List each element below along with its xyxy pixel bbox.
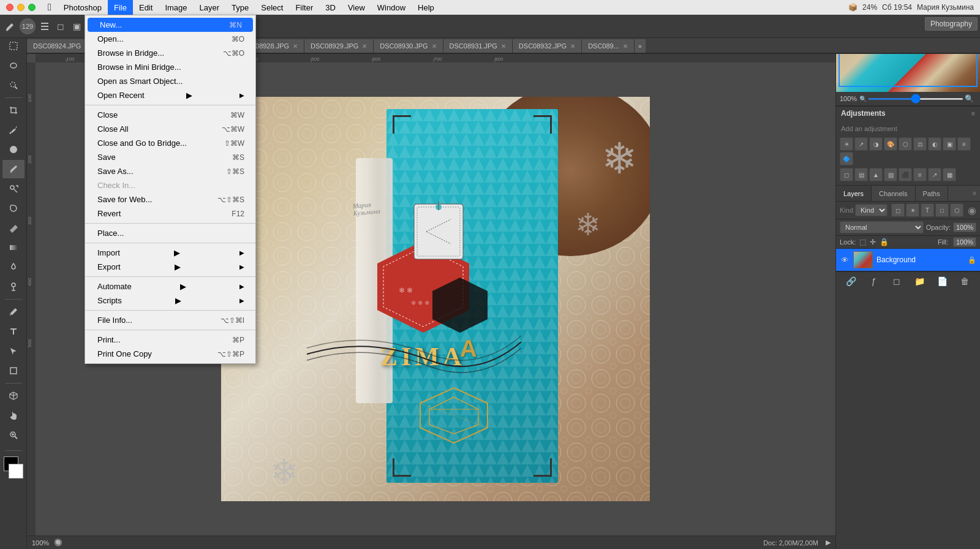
doc-tab-close-7[interactable]: ✕	[570, 43, 575, 50]
zoom-slider[interactable]	[868, 98, 963, 100]
opacity-input[interactable]	[953, 222, 976, 232]
menu-browse-bridge[interactable]: Browse in Bridge... ⌥⌘O	[85, 46, 255, 60]
menu-type[interactable]: Type	[225, 0, 255, 15]
menu-save[interactable]: Save ⌘S	[85, 150, 255, 164]
menu-automate[interactable]: Automate ▶	[85, 279, 255, 293]
lock-pixels-icon[interactable]: ⬚	[859, 238, 866, 246]
menu-edit[interactable]: Edit	[133, 0, 159, 15]
menu-3d[interactable]: 3D	[319, 0, 342, 15]
menu-browse-mini[interactable]: Browse in Mini Bridge...	[85, 60, 255, 74]
menu-save-web[interactable]: Save for Web... ⌥⇧⌘S	[85, 192, 255, 206]
menu-close[interactable]: Close ⌘W	[85, 108, 255, 122]
zoom-out-icon[interactable]: 🔍	[859, 96, 867, 102]
layer-kind-select[interactable]: Kind	[855, 204, 888, 216]
menu-print-one[interactable]: Print One Copy ⌥⇧⌘P	[85, 347, 255, 361]
tab-channels[interactable]: Channels	[872, 186, 915, 201]
adj-bw-icon[interactable]: ◐	[928, 137, 941, 151]
doc-tab-4[interactable]: DSC08929.JPG ✕	[304, 39, 374, 53]
adj-levels2-icon[interactable]: ≡	[913, 168, 927, 181]
adj-photo-filter-icon[interactable]: ▣	[943, 137, 956, 151]
tool-hand[interactable]	[2, 406, 24, 425]
tool-clone[interactable]	[2, 180, 24, 198]
filter-pixel-icon[interactable]: ◻	[891, 203, 905, 217]
lock-position-icon[interactable]: ✛	[870, 238, 876, 246]
layers-panel-options[interactable]: ≡	[969, 186, 980, 201]
adj-gradient-map-icon[interactable]: ▨	[884, 168, 897, 181]
tool-spot-heal[interactable]	[2, 140, 24, 159]
zoom-in-icon[interactable]: 🔍	[965, 94, 974, 103]
lock-all-icon[interactable]: 🔒	[880, 238, 889, 246]
menu-filter[interactable]: Filter	[289, 0, 319, 15]
adj-threshold-icon[interactable]: ▲	[869, 168, 883, 181]
menu-close-bridge[interactable]: Close and Go to Bridge... ⇧⌘W	[85, 136, 255, 150]
tool-dodge[interactable]	[2, 278, 24, 296]
status-arrow[interactable]: ▶	[826, 539, 831, 547]
adj-color-lookup-icon[interactable]: 🔷	[840, 152, 853, 165]
tool-marquee[interactable]	[2, 37, 24, 55]
opacity-icon[interactable]: ▣	[70, 20, 83, 33]
doc-tab-5[interactable]: DSC08930.JPG ✕	[374, 39, 443, 53]
adj-curves-icon[interactable]: ↗	[854, 137, 868, 151]
layer-visibility-icon[interactable]: 👁	[840, 256, 850, 265]
menu-open[interactable]: Open... ⌘O	[85, 32, 255, 46]
menu-scripts[interactable]: Scripts ▶	[85, 293, 255, 308]
close-button[interactable]	[6, 4, 13, 11]
menu-revert[interactable]: Revert F12	[85, 206, 255, 221]
tool-lasso[interactable]	[2, 56, 24, 75]
add-style-icon[interactable]: ƒ	[867, 274, 881, 288]
menu-image[interactable]: Image	[159, 0, 193, 15]
status-bar-icon[interactable]: 🔘	[54, 539, 62, 547]
adj-hsl-icon[interactable]: ⬡	[899, 137, 912, 151]
layer-row-background[interactable]: 👁 Background 🔒	[836, 249, 980, 271]
blend-mode-select[interactable]: Normal	[840, 221, 924, 233]
menu-new[interactable]: New... ⌘N	[88, 18, 253, 32]
adj-brightness-icon[interactable]: ☀	[840, 137, 853, 151]
brush-settings-icon[interactable]	[38, 20, 51, 33]
tool-shape[interactable]	[2, 362, 24, 380]
adj-vibrance-icon[interactable]: 🎨	[884, 137, 897, 151]
menu-photoshop[interactable]: Photoshop	[58, 0, 108, 15]
doc-tab-close-4[interactable]: ✕	[362, 43, 367, 50]
tool-zoom[interactable]	[2, 426, 24, 444]
adj-posterize-icon[interactable]: ▤	[854, 168, 868, 181]
menu-place[interactable]: Place...	[85, 226, 255, 240]
menu-open-smart[interactable]: Open as Smart Object...	[85, 74, 255, 88]
adj-selective-color-icon[interactable]: ⬛	[899, 168, 912, 181]
layer-link-icon[interactable]: 🔗	[845, 274, 858, 288]
menu-export[interactable]: Export ▶	[85, 260, 255, 274]
filter-smart-icon[interactable]: ⬡	[950, 203, 963, 217]
tool-eraser[interactable]	[2, 219, 24, 237]
menu-select[interactable]: Select	[255, 0, 289, 15]
filter-shape-icon[interactable]: □	[935, 203, 949, 217]
doc-tab-8[interactable]: DSC089... ✕	[582, 39, 635, 53]
tool-crop[interactable]	[2, 101, 24, 119]
fill-input[interactable]	[953, 237, 976, 247]
menu-open-recent[interactable]: Open Recent ▶	[85, 88, 255, 102]
doc-tab-6[interactable]: DSC08931.JPG ✕	[443, 39, 513, 53]
tool-3d[interactable]	[2, 387, 24, 405]
add-mask-icon[interactable]: ◻	[890, 274, 903, 288]
tab-paths[interactable]: Paths	[916, 186, 948, 201]
adj-levels3-icon[interactable]: ▦	[943, 168, 956, 181]
doc-tab-close-5[interactable]: ✕	[432, 43, 437, 50]
new-group-icon[interactable]: 📁	[913, 274, 926, 288]
tool-brush[interactable]	[2, 160, 24, 178]
tab-layers[interactable]: Layers	[836, 186, 872, 201]
doc-tab-close-6[interactable]: ✕	[501, 43, 506, 50]
menu-close-all[interactable]: Close All ⌥⌘W	[85, 122, 255, 136]
tool-quick-select[interactable]	[2, 76, 24, 94]
menu-layer[interactable]: Layer	[194, 0, 226, 15]
menu-help[interactable]: Help	[412, 0, 440, 15]
filter-toggle[interactable]: ◉	[968, 205, 976, 216]
tool-eyedropper[interactable]	[2, 121, 24, 139]
adjustments-options[interactable]: ≡	[971, 110, 975, 117]
tool-history[interactable]	[2, 199, 24, 218]
menu-import[interactable]: Import ▶	[85, 246, 255, 260]
menu-save-as[interactable]: Save As... ⇧⌘S	[85, 164, 255, 178]
delete-layer-icon[interactable]: 🗑	[958, 274, 971, 288]
tool-path-select[interactable]	[2, 342, 24, 360]
maximize-button[interactable]	[28, 4, 36, 11]
doc-tab-7[interactable]: DSC08932.JPG ✕	[513, 39, 582, 53]
menu-file-info[interactable]: File Info... ⌥⇧⌘I	[85, 313, 255, 327]
tool-text[interactable]	[2, 322, 24, 341]
